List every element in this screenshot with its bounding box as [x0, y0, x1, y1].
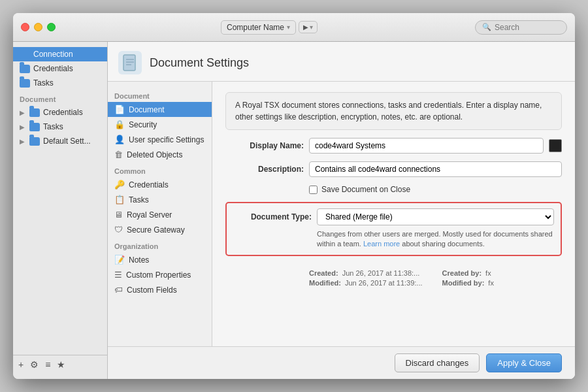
learn-more-suffix: about sharing documents.	[402, 240, 485, 248]
discard-button[interactable]: Discard changes	[395, 353, 480, 372]
color-picker[interactable]	[549, 139, 562, 152]
sidebar-item-app-credentials[interactable]: ▶ Credentials	[13, 105, 107, 120]
svg-rect-0	[123, 55, 135, 71]
doc-type-row: Document Type: Shared (Merge file)	[233, 208, 554, 225]
sidebar-item-connection[interactable]: Connection	[13, 47, 107, 61]
folder-icon	[20, 79, 30, 88]
expand-icon: ▶	[20, 109, 25, 116]
nav-item-label: Custom Properties	[126, 270, 191, 280]
document-type-section: Document Type: Shared (Merge file) Chang…	[225, 202, 562, 256]
shield-icon: 🛡	[114, 225, 123, 235]
tag-icon: 🏷	[114, 285, 123, 295]
save-on-close-label: Save Document on Close	[321, 185, 410, 194]
display-name-label: Display Name:	[225, 141, 304, 150]
search-input[interactable]	[495, 23, 560, 32]
nav-item-label: User specific Settings	[129, 135, 204, 144]
add-button[interactable]: +	[18, 359, 24, 370]
modified-label: Modified:	[309, 279, 341, 287]
nav-item-deleted-objects[interactable]: 🗑 Deleted Objects	[108, 147, 212, 162]
play-button[interactable]: ▶ ▾	[299, 21, 318, 33]
display-name-input[interactable]	[309, 138, 544, 154]
sidebar-item-label: Default Sett...	[43, 137, 91, 146]
dialog: Document Settings Document 📄 Document 🔒	[108, 42, 575, 379]
description-input[interactable]	[309, 161, 562, 177]
expand-icon: ▶	[20, 123, 25, 131]
dialog-footer: Discard changes Apply & Close	[108, 346, 575, 379]
computer-name-dropdown[interactable]: Computer Name ▾	[221, 20, 296, 35]
description-row: Description:	[225, 161, 562, 177]
main-body: Connection Credentials Tasks Document ▶ …	[13, 42, 575, 379]
nav-item-security[interactable]: 🔒 Security	[108, 117, 212, 132]
folder-icon	[29, 123, 40, 131]
doc-type-description: Changes from other users are merged. Mos…	[317, 229, 554, 250]
modified-row: Modified: Jun 26, 2017 at 11:39:...	[309, 279, 423, 287]
sidebar-item-tasks[interactable]: Tasks	[13, 76, 107, 90]
content-panel: Document Settings Document 📄 Document 🔒	[108, 42, 575, 379]
search-box[interactable]: 🔍	[475, 20, 567, 35]
sidebar-item-label: Connection	[33, 50, 73, 59]
nav-item-label: Security	[129, 120, 157, 129]
nav-group-common: Common	[108, 162, 212, 177]
description-label: Description:	[225, 165, 304, 174]
nav-item-user-specific[interactable]: 👤 User specific Settings	[108, 132, 212, 147]
play-chevron-icon: ▾	[310, 24, 313, 31]
modified-value: Jun 26, 2017 at 11:39:...	[345, 279, 423, 287]
nav-item-custom-fields[interactable]: 🏷 Custom Fields	[108, 282, 212, 297]
folder-icon	[29, 137, 40, 146]
folder-icon	[20, 65, 30, 73]
sidebar-item-label: Tasks	[43, 122, 63, 131]
nav-item-secure-gateway[interactable]: 🛡 Secure Gateway	[108, 222, 212, 237]
title-bar-center: Computer Name ▾ ▶ ▾	[63, 20, 475, 35]
lock-icon: 🔒	[114, 120, 125, 129]
settings-button[interactable]: ⚙	[30, 359, 39, 370]
trash-icon: 🗑	[114, 150, 123, 159]
created-by-row: Created by: fx	[442, 269, 494, 277]
minimize-button[interactable]	[34, 23, 42, 31]
main-window: Computer Name ▾ ▶ ▾ 🔍 Connection Credent…	[13, 13, 575, 379]
title-bar: Computer Name ▾ ▶ ▾ 🔍	[13, 13, 575, 42]
apply-close-button[interactable]: Apply & Close	[486, 353, 562, 372]
created-label: Created:	[309, 269, 338, 277]
learn-more-link[interactable]: Learn more	[363, 240, 400, 248]
server-icon: 🖥	[114, 210, 123, 220]
dialog-title: Document Settings	[150, 56, 249, 70]
tasks-icon: 📋	[114, 195, 125, 204]
nav-item-label: Tasks	[129, 195, 149, 204]
sidebar-item-app-tasks[interactable]: ▶ Tasks	[13, 120, 107, 134]
sidebar: Connection Credentials Tasks Document ▶ …	[13, 42, 108, 379]
doc-type-label: Document Type:	[233, 212, 312, 221]
display-name-row: Display Name:	[225, 138, 562, 154]
created-value: Jun 26, 2017 at 11:38:...	[342, 269, 420, 277]
save-on-close-row: Save Document on Close	[309, 185, 562, 194]
document-icon: 📄	[114, 105, 125, 114]
notes-icon: 📝	[114, 255, 125, 265]
nav-item-document[interactable]: 📄 Document	[108, 102, 212, 117]
dialog-icon	[118, 51, 142, 74]
star-button[interactable]: ★	[57, 359, 65, 370]
created-row: Created: Jun 26, 2017 at 11:38:...	[309, 269, 423, 277]
sidebar-item-default-settings[interactable]: ▶ Default Sett...	[13, 134, 107, 148]
nav-item-custom-properties[interactable]: ☰ Custom Properties	[108, 267, 212, 282]
nav-item-tasks[interactable]: 📋 Tasks	[108, 192, 212, 207]
nav-item-royal-server[interactable]: 🖥 Royal Server	[108, 207, 212, 222]
doc-type-select[interactable]: Shared (Merge file)	[317, 208, 554, 225]
sidebar-item-credentials[interactable]: Credentials	[13, 61, 107, 76]
nav-item-notes[interactable]: 📝 Notes	[108, 252, 212, 267]
dialog-nav: Document 📄 Document 🔒 Security 👤 User sp…	[108, 82, 212, 346]
maximize-button[interactable]	[47, 23, 56, 31]
sidebar-bottom: + ⚙ ≡ ★	[13, 355, 107, 374]
list-icon: ☰	[114, 270, 122, 280]
save-on-close-checkbox[interactable]	[309, 186, 318, 194]
dialog-body: Document 📄 Document 🔒 Security 👤 User sp…	[108, 82, 575, 346]
dialog-right: A Royal TSX document stores connections,…	[212, 82, 575, 346]
metadata-row: Created: Jun 26, 2017 at 11:38:... Modif…	[309, 269, 562, 287]
nav-group-org: Organization	[108, 237, 212, 252]
user-icon: 👤	[114, 135, 125, 144]
list-button[interactable]: ≡	[45, 359, 50, 370]
nav-item-label: Notes	[129, 255, 149, 265]
sidebar-group-application: Document	[13, 90, 107, 105]
meta-col-right: Created by: fx Modified by: fx	[442, 269, 494, 287]
sidebar-item-label: Credentials	[43, 108, 83, 117]
nav-item-credentials[interactable]: 🔑 Credentials	[108, 177, 212, 192]
close-button[interactable]	[21, 23, 29, 31]
